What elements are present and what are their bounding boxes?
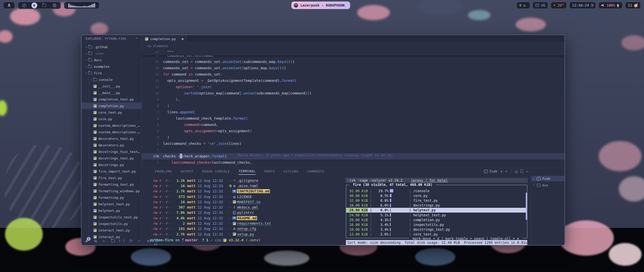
file-name[interactable]: LICENSE	[237, 195, 252, 199]
code-line[interactable]: 5 command=command,	[142, 122, 565, 128]
dua-row[interactable]: 20.00 KiB | 4.3%| completion.py	[346, 217, 527, 222]
tree-item-interact-test-py[interactable]: interact_test.py	[82, 227, 142, 233]
code-line[interactable]: 10 sorted(options_map[command].union(sub…	[142, 90, 565, 96]
code-line[interactable]: 8 )	[142, 103, 565, 109]
workspace-switcher[interactable]: N	[18, 2, 61, 9]
code-line[interactable]: 16 commands_set.add(name)	[142, 55, 565, 59]
tree-item-core-py[interactable]: core.py	[82, 116, 142, 122]
tree-item-custom-descriptions-test-py[interactable]: custom_descriptions_test.py	[82, 122, 142, 129]
kill-terminal-button[interactable]	[520, 170, 523, 173]
code-line[interactable]: 1 lastcommand_checks=lastcommand_checks,	[142, 159, 565, 166]
code-line[interactable]: 15commands_set = commands_set.union(set(…	[142, 59, 565, 65]
dua-row[interactable]: 16.00 KiB | 3.4%| inspectutils.py	[346, 222, 527, 227]
file-name[interactable]: MANIFEST.in	[237, 200, 260, 204]
updates-widget[interactable]: 9 ↻	[516, 2, 530, 9]
code-line[interactable]: 14commands_set = commands_set.union(set(…	[142, 65, 565, 71]
tree-item-docstrings-py[interactable]: docstrings.py	[82, 161, 142, 168]
tree-item-custom-descriptions-py[interactable]: custom_descriptions.py	[82, 129, 142, 135]
file-name[interactable]: requirements.txt	[237, 221, 271, 225]
tree-item-formatting-windows-py[interactable]: formatting_windows.py	[82, 188, 142, 194]
brackets-icon[interactable]: (·)	[119, 239, 124, 243]
tree-item-decorators-test-py[interactable]: decorators_test.py	[82, 135, 142, 142]
dua-row[interactable]: 28.00 KiB | 6.0%| docstrings.py	[346, 203, 527, 208]
tree-item-examples[interactable]: ›examples	[82, 63, 142, 70]
code-line[interactable]: 11 options=' '.join(	[142, 84, 565, 90]
tree-item--init-py[interactable]: __init__.py	[82, 83, 142, 89]
code-line-current[interactable]: 176checks =check_wrapper.format(David Bi…	[142, 153, 565, 159]
tree-item-decorators-py[interactable]: decorators.py	[82, 142, 142, 148]
code-line[interactable]: 3 )	[142, 134, 565, 141]
file-name[interactable]: mkdocs.yml	[237, 205, 258, 209]
file-name[interactable]: .gitignore	[237, 179, 258, 183]
file-name[interactable]: .mise.toml	[237, 184, 258, 188]
run-debug-icon[interactable]: ▷	[102, 239, 107, 243]
panel-tab-comments[interactable]: COMMENTS	[307, 168, 324, 175]
disk-usage-analyzer[interactable]: Disk Usage Analyzer v2.29.2 (press ? for…	[345, 175, 530, 245]
terminal-list-item-fish[interactable]: ┌›fish	[531, 176, 565, 181]
panel-tab-terminal[interactable]: TERMINAL	[238, 168, 256, 175]
tree-item-formatting-py[interactable]: formatting.py	[82, 194, 142, 201]
code-line[interactable]: 9 ),	[142, 96, 565, 103]
code-line[interactable]: 2lastcommand_checks = '\n'.join(lines)	[142, 141, 565, 147]
history-icon[interactable]	[128, 239, 133, 243]
code-line[interactable]: 47 """	[142, 49, 565, 55]
workspace-notes[interactable]	[51, 4, 58, 7]
panel-tab-problems[interactable]: PROBLEMS	[155, 168, 172, 175]
panel-tab-ports[interactable]: PORTS	[264, 168, 275, 175]
dua-row[interactable]: 32.00 KiB | 6.8%| fire_test.py	[346, 198, 527, 203]
tree-item-helptext-test-py[interactable]: helptext_test.py	[82, 201, 142, 207]
tree-item-completion-test-py[interactable]: completion_test.py	[82, 96, 142, 103]
code-editor[interactable]: 15commands_set = commands_set.union(set(…	[142, 59, 565, 166]
tree-item-fire-test-py[interactable]: fire_test.py	[82, 175, 142, 181]
code-line[interactable]: 4 opts_assignment=opts_assignment)	[142, 128, 565, 134]
tree-item-fire[interactable]: ›fire	[82, 70, 142, 76]
breadcrumb[interactable]: no elements	[147, 43, 168, 49]
code-line[interactable]: 6 lastcommand_check_template.format(	[142, 115, 565, 122]
code-line[interactable]: 1	[142, 147, 565, 153]
tree-item-docs[interactable]: ›docs	[82, 57, 142, 63]
tree-item-docstrings-fuzz-test-py[interactable]: docstrings_fuzz_test.py	[82, 148, 142, 155]
file-name[interactable]: setup.py	[237, 232, 254, 236]
tree-item--main-py[interactable]: __main__.py	[82, 89, 142, 96]
file-name[interactable]: README.md	[237, 216, 257, 220]
panel-tab-debug-console[interactable]: DEBUG CONSOLE	[202, 168, 230, 175]
dua-row[interactable]: 40.00 KiB | 8.5%| core.py	[346, 193, 527, 198]
source-control-icon[interactable]	[110, 240, 115, 242]
terminal-list-item-dua[interactable]: └›dua	[531, 182, 565, 188]
panel-more-button[interactable]: ⋯	[526, 169, 528, 174]
tree-item-helptext-py[interactable]: helptext.py	[82, 207, 142, 214]
files-icon[interactable]: ▣1	[84, 239, 89, 243]
dua-row[interactable]: 16.00 KiB | 3.4%| docstrings_test.py	[346, 227, 527, 232]
dua-row[interactable]: 24.00 KiB | 5.1%| helptext_test.py	[346, 213, 527, 217]
explorer-more-icon[interactable]: ⋯	[136, 36, 138, 40]
dua-row[interactable]: 28.00 KiB | 6.0%| helptext.py	[346, 208, 527, 213]
sticky-scroll-line[interactable]: 47 """	[142, 49, 565, 55]
tree-item--venv[interactable]: ›.venv	[82, 50, 142, 57]
panel-tab-gitlens[interactable]: GITLENS	[284, 168, 299, 175]
tree-item-inspectutils-py[interactable]: inspectutils.py	[82, 220, 142, 227]
tree-item-core-test-py[interactable]: core_test.py	[82, 109, 142, 116]
notifications-widget[interactable]: 11	[625, 2, 641, 9]
file-name[interactable]: CONTRIBUTING.md	[237, 189, 270, 193]
terminal-output[interactable]: .rw-r--r-- 1.2k matt 12 Aug 12:32 --⌥.gi…	[151, 178, 271, 237]
clock-widget[interactable]: 12:40:24	[569, 2, 596, 9]
keyboard-layout-widget[interactable]: US	[532, 2, 548, 9]
tab-completion-py[interactable]: completion.py ●	[142, 35, 187, 43]
split-terminal-button[interactable]: ◫	[515, 169, 517, 174]
shell-indicator[interactable]: › fish	[484, 169, 497, 173]
file-name[interactable]: setup.cfg	[237, 227, 256, 231]
tree-item-fire-import-test-py[interactable]: fire_import_test.py	[82, 168, 142, 175]
workspace-files[interactable]	[41, 4, 48, 7]
tree-item--github[interactable]: ›.github	[82, 44, 142, 50]
search-icon[interactable]	[93, 240, 98, 242]
tree-item-console[interactable]: ›console	[82, 76, 142, 83]
file-name[interactable]: pylintrc	[237, 211, 254, 215]
launcher-button[interactable]: Λ	[3, 2, 15, 9]
dua-scrollbar[interactable]	[526, 193, 527, 220]
weather-widget[interactable]: ☀ 29°	[550, 2, 567, 9]
dua-row[interactable]: 92.00 KiB | 19.7%| /console	[346, 188, 527, 193]
system-graph-widget[interactable]	[64, 2, 100, 9]
dua-row[interactable]: 12.00 KiB | 2.6%| core_test.py	[346, 232, 527, 237]
code-line[interactable]: 13for command in commands_set:	[142, 71, 565, 78]
tree-item-docstrings-test-py[interactable]: docstrings_test.py	[82, 155, 142, 161]
